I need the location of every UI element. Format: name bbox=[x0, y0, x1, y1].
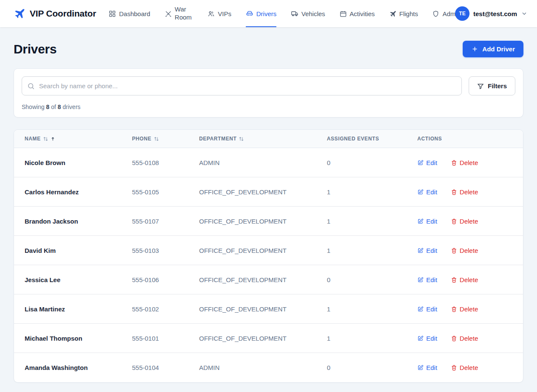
column-label: Assigned Events bbox=[327, 136, 379, 142]
filters-button[interactable]: Filters bbox=[469, 76, 515, 95]
row-actions: Edit Delete bbox=[417, 159, 512, 166]
drivers-page: Drivers Add Driver Filters bbox=[0, 27, 537, 383]
column-header-assigned-events: Assigned Events bbox=[327, 136, 417, 142]
delete-button[interactable]: Delete bbox=[451, 247, 478, 254]
driver-name: Jessica Lee bbox=[25, 276, 132, 283]
row-actions: Edit Delete bbox=[417, 305, 512, 313]
edit-button[interactable]: Edit bbox=[417, 188, 437, 196]
edit-label: Edit bbox=[426, 305, 437, 313]
table-row: Jessica Lee 555-0106 OFFICE_OF_DEVELOPME… bbox=[14, 265, 523, 294]
nav-item-dashboard[interactable]: Dashboard bbox=[109, 0, 150, 27]
delete-button[interactable]: Delete bbox=[451, 276, 478, 283]
table-row: Nicole Brown 555-0108 ADMIN 0 Edit Delet… bbox=[14, 148, 523, 177]
driver-assigned-events: 1 bbox=[327, 305, 417, 313]
delete-button[interactable]: Delete bbox=[451, 188, 478, 196]
row-actions: Edit Delete bbox=[417, 188, 512, 196]
trash-icon bbox=[451, 218, 457, 224]
driver-department: OFFICE_OF_DEVELOPMENT bbox=[199, 305, 327, 313]
delete-label: Delete bbox=[460, 188, 478, 196]
nav-item-label: Flights bbox=[399, 10, 418, 17]
delete-button[interactable]: Delete bbox=[451, 335, 478, 342]
driver-name: Lisa Martinez bbox=[25, 305, 132, 313]
driver-assigned-events: 1 bbox=[327, 188, 417, 196]
brand[interactable]: VIP Coordinator bbox=[14, 8, 96, 20]
column-header-department[interactable]: Department bbox=[199, 136, 327, 142]
column-label: Phone bbox=[132, 136, 152, 142]
driver-assigned-events: 1 bbox=[327, 335, 417, 342]
delete-label: Delete bbox=[460, 305, 478, 313]
driver-department: OFFICE_OF_DEVELOPMENT bbox=[199, 247, 327, 254]
column-header-name[interactable]: Name bbox=[25, 136, 132, 142]
truck-icon bbox=[291, 10, 298, 17]
row-actions: Edit Delete bbox=[417, 335, 512, 342]
delete-button[interactable]: Delete bbox=[451, 305, 478, 313]
driver-assigned-events: 0 bbox=[327, 159, 417, 166]
delete-button[interactable]: Delete bbox=[451, 218, 478, 225]
driver-phone: 555-0102 bbox=[132, 305, 199, 313]
shield-icon bbox=[432, 10, 439, 17]
delete-button[interactable]: Delete bbox=[451, 159, 478, 166]
nav-item-activities[interactable]: Activities bbox=[340, 0, 375, 27]
table-row: David Kim 555-0103 OFFICE_OF_DEVELOPMENT… bbox=[14, 236, 523, 265]
driver-phone: 555-0106 bbox=[132, 276, 199, 283]
airplane-logo-icon bbox=[14, 8, 25, 20]
edit-pencil-icon bbox=[417, 160, 424, 166]
nav-item-label: Activities bbox=[350, 10, 375, 17]
edit-button[interactable]: Edit bbox=[417, 276, 437, 283]
edit-label: Edit bbox=[426, 159, 437, 166]
driver-phone: 555-0108 bbox=[132, 159, 199, 166]
edit-pencil-icon bbox=[417, 335, 424, 342]
driver-assigned-events: 0 bbox=[327, 276, 417, 283]
search-icon bbox=[27, 82, 35, 90]
edit-pencil-icon bbox=[417, 247, 424, 254]
table-header-row: Name Phone Department bbox=[14, 130, 523, 148]
nav-item-flights[interactable]: Flights bbox=[389, 0, 418, 27]
results-total-value: 8 bbox=[58, 104, 61, 110]
edit-button[interactable]: Edit bbox=[417, 159, 437, 166]
filters-label: Filters bbox=[488, 82, 507, 90]
nav-item-label: Vehicles bbox=[301, 10, 325, 17]
drivers-table-body: Nicole Brown 555-0108 ADMIN 0 Edit Delet… bbox=[14, 148, 523, 382]
delete-button[interactable]: Delete bbox=[451, 364, 478, 371]
driver-phone: 555-0107 bbox=[132, 218, 199, 225]
add-driver-label: Add Driver bbox=[482, 45, 515, 53]
search-input[interactable] bbox=[22, 76, 462, 95]
edit-button[interactable]: Edit bbox=[417, 218, 437, 225]
row-actions: Edit Delete bbox=[417, 218, 512, 225]
user-menu[interactable]: TE test@test.com bbox=[455, 6, 528, 21]
table-row: Lisa Martinez 555-0102 OFFICE_OF_DEVELOP… bbox=[14, 294, 523, 324]
table-row: Amanda Washington 555-0104 ADMIN 0 Edit … bbox=[14, 353, 523, 382]
edit-button[interactable]: Edit bbox=[417, 364, 437, 371]
driver-department: ADMIN bbox=[199, 364, 327, 371]
edit-button[interactable]: Edit bbox=[417, 335, 437, 342]
nav-item-war-room[interactable]: War Room bbox=[165, 0, 194, 27]
nav-item-label: Drivers bbox=[256, 10, 277, 17]
delete-label: Delete bbox=[460, 247, 478, 254]
vips-icon bbox=[208, 10, 215, 17]
edit-button[interactable]: Edit bbox=[417, 305, 437, 313]
results-count: Showing 8 of 8 drivers bbox=[22, 104, 515, 110]
driver-name: Brandon Jackson bbox=[25, 218, 132, 225]
nav-item-vehicles[interactable]: Vehicles bbox=[291, 0, 325, 27]
plus-icon bbox=[471, 45, 478, 53]
nav-item-drivers[interactable]: Drivers bbox=[246, 0, 277, 27]
edit-button[interactable]: Edit bbox=[417, 247, 437, 254]
add-driver-button[interactable]: Add Driver bbox=[463, 41, 523, 57]
plane-icon bbox=[389, 10, 396, 17]
nav-item-vips[interactable]: VIPs bbox=[208, 0, 231, 27]
delete-label: Delete bbox=[460, 276, 478, 283]
sort-icon bbox=[239, 136, 244, 142]
driver-assigned-events: 0 bbox=[327, 364, 417, 371]
column-header-phone[interactable]: Phone bbox=[132, 136, 199, 142]
row-actions: Edit Delete bbox=[417, 247, 512, 254]
sort-ascending-icon bbox=[51, 137, 55, 141]
user-email: test@test.com bbox=[473, 10, 517, 17]
edit-label: Edit bbox=[426, 218, 437, 225]
delete-label: Delete bbox=[460, 218, 478, 225]
nav-item-label: Dashboard bbox=[119, 10, 150, 17]
search-filter-card: Filters Showing 8 of 8 drivers bbox=[14, 68, 523, 118]
calendar-icon bbox=[340, 10, 347, 17]
dashboard-icon bbox=[109, 10, 116, 17]
nav-item-label: War Room bbox=[175, 6, 194, 22]
table-row: Carlos Hernandez 555-0105 OFFICE_OF_DEVE… bbox=[14, 177, 523, 207]
